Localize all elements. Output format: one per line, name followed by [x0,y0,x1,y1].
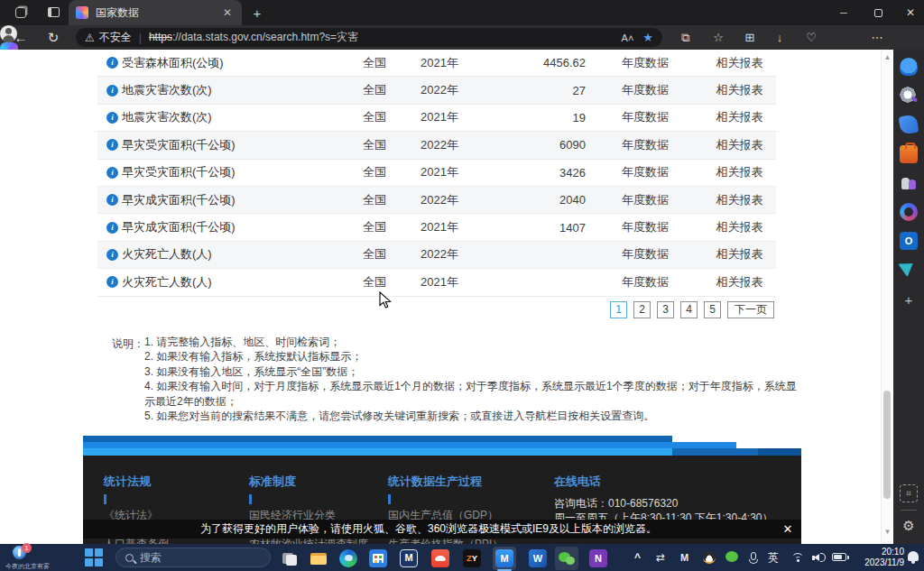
result-row: i旱灾成灾面积(千公顷) 全国 2022年 2040 年度数据 相关报表 [97,187,776,214]
microsoft-store-icon[interactable] [366,547,390,570]
shopping-tag-icon[interactable] [899,115,919,135]
browser-essentials-icon[interactable]: ♡ [802,30,820,46]
outlook-icon[interactable]: O [900,232,918,250]
window-maximize-button[interactable] [863,0,893,25]
notice-close-icon[interactable]: ✕ [774,522,801,536]
related-report-link[interactable]: 相关报表 [703,192,776,208]
collections-icon[interactable]: ⊞ [741,30,759,46]
m-blue-app-icon-active[interactable]: M [493,547,516,570]
related-report-link[interactable]: 相关报表 [703,82,776,98]
info-icon[interactable]: i [106,222,118,234]
microsoft-365-icon[interactable] [900,203,918,221]
downloads-icon[interactable]: ↓ [771,30,789,46]
related-report-link[interactable]: 相关报表 [703,274,776,290]
markdown-app-icon[interactable]: M [397,547,420,570]
sidebar-panel-icon[interactable]: ⌗ [900,484,918,502]
new-tab-button[interactable]: + [249,5,265,21]
related-report-link[interactable]: 相关报表 [703,109,776,125]
related-report-link[interactable]: 相关报表 [703,137,776,153]
widgets-button[interactable]: 1 今夜的北京有雾 [5,545,69,570]
indicator-cell[interactable]: i旱灾成灾面积(千公顷) [97,192,347,208]
page-button-1[interactable]: 1 [610,301,627,318]
taskbar-clock[interactable]: 20:10 2023/11/9 [854,547,904,568]
info-icon[interactable]: i [106,139,118,151]
zy-app-icon[interactable]: ZY [460,547,484,570]
info-icon[interactable]: i [106,194,118,206]
workspaces-icon[interactable] [13,5,29,20]
browser-tab[interactable]: 国家数据 ✕ [69,0,242,25]
refresh-icon[interactable]: ↻ [44,29,62,47]
word-icon[interactable]: W [526,547,550,570]
input-language-indicator[interactable]: 英 [768,551,779,564]
related-report-link[interactable]: 相关报表 [703,55,776,71]
info-icon[interactable]: i [106,249,118,261]
scroll-down-icon[interactable]: ▼ [882,526,893,539]
related-report-link[interactable]: 相关报表 [703,246,776,262]
window-close-button[interactable]: ✕ [895,0,924,25]
tools-toolbox-icon[interactable] [900,145,918,163]
tab-close-icon[interactable]: ✕ [220,6,235,19]
page-button-3[interactable]: 3 [657,301,674,318]
notifications-bell-icon[interactable] [900,58,918,76]
info-icon[interactable]: i [106,112,118,124]
related-report-link[interactable]: 相关报表 [703,219,776,235]
wechat-icon[interactable] [555,547,578,570]
footer-column-title: 统计法规 [104,474,180,490]
sidebar-add-icon[interactable]: + [900,291,918,309]
read-aloud-icon[interactable]: A˄ [622,32,634,43]
edge-browser-icon[interactable] [337,547,360,570]
battery-icon[interactable] [832,553,846,561]
scrollbar-thumb[interactable] [883,391,891,499]
tray-wechat-icon[interactable] [725,551,738,562]
sidebar-search-icon[interactable] [900,87,918,105]
page-button-4[interactable]: 4 [680,301,698,318]
favorites-icon[interactable]: ☆ [709,30,727,46]
tray-m-icon[interactable]: M [680,551,688,564]
indicator-cell[interactable]: i旱灾受灾面积(千公顷) [97,137,347,153]
vertical-scrollbar[interactable]: ▲ ▼ [881,50,892,544]
next-page-button[interactable]: 下一页 [727,301,774,318]
back-icon[interactable]: ← [12,29,30,47]
page-button-5[interactable]: 5 [704,301,721,318]
tray-sliders-icon[interactable]: ⇄ [656,551,665,564]
onenote-icon[interactable]: N [587,547,610,570]
indicator-cell[interactable]: i受害森林面积(公顷) [97,55,347,71]
notification-center-icon[interactable] [908,551,919,561]
url-text[interactable]: https://data.stats.gov.cn/search.htm?s=灾… [149,30,616,45]
indicator-cell[interactable]: i旱灾受灾面积(千公顷) [97,164,347,180]
taskbar-search-box[interactable]: 搜索 [116,548,271,567]
indicator-cell[interactable]: i旱灾成灾面积(千公顷) [97,219,347,235]
tray-show-hidden-icon[interactable]: ^ [634,551,641,564]
info-icon[interactable]: i [106,85,118,97]
tray-microphone-icon[interactable] [751,552,756,560]
tab-actions-icon[interactable] [45,5,61,20]
info-icon[interactable]: i [106,167,118,179]
window-minimize-button[interactable]: ─ [828,0,859,25]
result-row: i火灾死亡人数(人) 全国 2022年 年度数据 相关报表 [97,242,776,269]
huawei-app-icon[interactable] [429,547,452,570]
split-screen-icon[interactable]: ⧉ [677,30,695,46]
start-button[interactable] [85,548,103,566]
sidebar-settings-gear-icon[interactable]: ⚙ [900,517,918,535]
scroll-up-icon[interactable]: ▲ [882,51,893,64]
page-button-2[interactable]: 2 [633,301,651,318]
drop-paper-plane-icon[interactable] [898,257,918,278]
tray-qq-icon[interactable] [703,551,716,564]
note-item: 请完整输入指标、地区、时间检索词； [144,335,798,349]
info-icon[interactable]: i [106,276,118,288]
indicator-cell[interactable]: i地震灾害次数(次) [97,109,347,125]
indicator-cell[interactable]: i地震灾害次数(次) [97,82,347,98]
task-view-button[interactable] [278,547,301,570]
related-report-link[interactable]: 相关报表 [703,164,776,180]
indicator-cell[interactable]: i火灾死亡人数(人) [97,246,347,262]
wifi-icon[interactable] [791,553,804,562]
info-icon[interactable]: i [106,57,118,69]
security-label[interactable]: 不安全 [99,30,132,45]
file-explorer-icon[interactable] [307,547,330,570]
more-menu-icon[interactable]: ⋯ [868,30,886,46]
address-bar[interactable]: ⚠ 不安全 | https://data.stats.gov.cn/search… [76,28,662,47]
games-people-icon[interactable] [900,174,918,192]
search-placeholder: 搜索 [140,550,162,566]
favorite-star-icon[interactable]: ★ [642,31,653,44]
indicator-cell[interactable]: i火灾死亡人数(人) [97,274,347,290]
